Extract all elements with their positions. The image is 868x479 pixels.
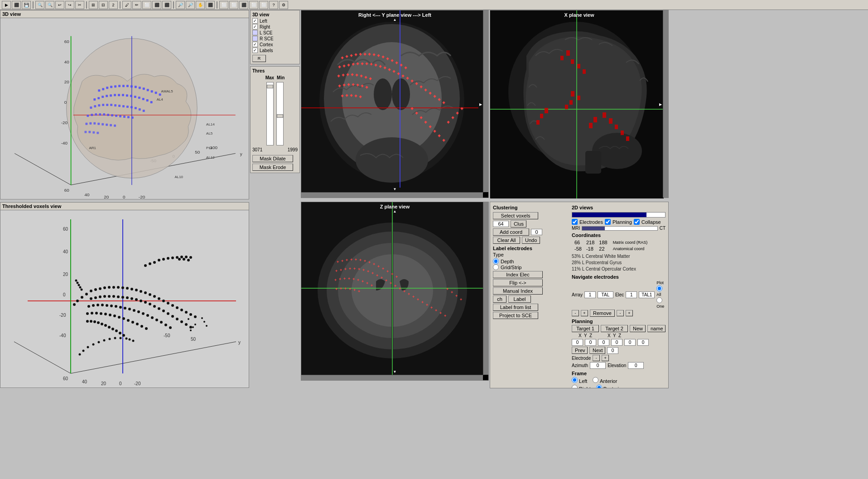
collapse-checkbox[interactable] [634,219,640,225]
tal-input[interactable] [598,291,613,298]
nav-plus2-btn[interactable]: + [626,310,633,316]
cluster-val-input[interactable] [493,221,509,227]
next-btn[interactable]: Next [589,347,605,354]
x-vscrollbar[interactable] [663,10,668,198]
legend-check-lsce[interactable] [252,30,258,35]
legend-check-left[interactable]: ✓ [252,18,258,24]
plan-x1[interactable] [572,339,583,346]
toolbar-btn-21[interactable]: ⬜ [219,1,228,9]
target2-btn[interactable]: Target 2 [601,325,628,332]
label-from-list-btn[interactable]: Label from list [493,304,538,311]
label-btn[interactable]: Label [508,295,531,303]
toolbar-btn-15[interactable]: ⬛ [152,1,161,9]
ch-btn[interactable]: ch [493,295,506,303]
toolbar-btn-19[interactable]: ✋ [196,1,205,9]
name-btn[interactable]: name [647,325,665,332]
toolbar-btn-25[interactable]: ⬜ [259,1,268,9]
y-scroll-up[interactable]: ▲ [393,18,397,22]
legend-check-right[interactable]: ✓ [252,24,258,29]
frame-anterior-radio[interactable]: Anterior [593,377,617,384]
toolbar-btn-22[interactable]: ⬜ [229,1,238,9]
thresh-view-canvas[interactable]: 60 40 20 0 -20 -40 60 40 20 0 -20 [0,210,249,387]
toolbar-btn-5[interactable]: 🔍 [45,1,54,9]
plan-z2[interactable] [637,339,649,346]
flip-btn[interactable]: Flip <-> [493,279,543,286]
index-elec-btn[interactable]: Index Elec [493,271,543,278]
y-scroll-down[interactable]: ▼ [393,187,397,191]
legend-check-labels[interactable]: ✓ [252,48,258,53]
frame-anterior-input[interactable] [593,377,598,383]
toolbar-btn-24[interactable]: ⬜ [249,1,258,9]
clear-all-btn[interactable]: Clear All [493,237,520,244]
remove-btn[interactable]: Remove [590,310,615,317]
toolbar-btn-12[interactable]: 🖊 [122,1,131,9]
add-coord-val[interactable] [531,229,542,235]
legend-check-rsce[interactable] [252,36,258,41]
undo-btn[interactable]: Undo [522,237,540,244]
all-radio-input[interactable] [656,285,662,291]
toolbar-btn-7[interactable]: ↪ [65,1,74,9]
frame-right-input[interactable] [572,385,578,388]
z-hscrollbar[interactable] [301,375,483,380]
collapse-check[interactable]: Collapse [634,219,661,225]
x-plane-view[interactable]: X plane view ▶ [490,10,669,198]
z-scroll-up[interactable]: ▲ [393,209,397,213]
project-sce-btn[interactable]: Project to SCE [493,312,538,319]
frame-right-radio[interactable]: Right [572,385,591,388]
electrodes-checkbox[interactable] [572,219,578,225]
toolbar-btn-20[interactable]: ⬛ [206,1,215,9]
manual-index-btn[interactable]: Manual Index [493,287,543,295]
one-radio[interactable]: One [656,297,665,309]
plan-x2[interactable] [611,339,622,346]
r-button[interactable]: R [252,55,266,62]
nav-minus2-btn[interactable]: - [617,310,624,316]
z-vscrollbar[interactable] [483,202,488,375]
brain-3d-canvas[interactable]: 60 40 20 0 -20 -40 60 40 20 0 -20 [0,18,249,198]
frame-posterior-input[interactable] [596,385,602,388]
one-radio-input[interactable] [656,297,662,303]
toolbar-btn-26[interactable]: ? [269,1,278,9]
plan-y2[interactable] [624,339,636,346]
nav-minus-btn[interactable]: - [572,310,579,316]
views-progressbar[interactable] [572,212,665,218]
y-vscrollbar[interactable] [483,10,488,192]
frame-left-input[interactable] [572,377,578,383]
frame-left-radio[interactable]: Left [572,377,587,384]
toolbar-btn-8[interactable]: ✂ [75,1,84,9]
azimuth-input[interactable] [590,362,606,369]
legend-check-cortex[interactable]: ✓ [252,42,258,47]
toolbar-btn-9[interactable]: ⊞ [89,1,98,9]
plan-z1[interactable] [598,339,609,346]
toolbar-btn-27[interactable]: ⚙ [279,1,288,9]
toolbar-btn-16[interactable]: ⬛ [162,1,171,9]
toolbar-btn-11[interactable]: 2 [109,1,118,9]
planning-checkbox[interactable] [605,219,611,225]
x-scroll-right[interactable]: ▶ [659,102,662,106]
plan-y1[interactable] [585,339,596,346]
z-plane-view[interactable]: Z plane view ▲ ▼ [301,202,489,381]
radio-grid-input[interactable] [493,264,499,270]
y-plane-view[interactable]: Right <--- Y plane view ---> Left ▲ ▼ ▶ [301,10,489,198]
toolbar-btn-14[interactable]: ⬜ [142,1,151,9]
toolbar-btn-17[interactable]: 🔎 [176,1,185,9]
thres-max-track[interactable] [266,82,274,145]
y-hscrollbar[interactable] [301,192,483,198]
elec-input[interactable] [626,291,637,298]
elec-plus-btn[interactable]: + [602,355,609,361]
toolbar-btn-1[interactable]: ▶ [2,1,11,9]
toolbar-btn-6[interactable]: ↩ [55,1,64,9]
mask-dilate-btn[interactable]: Mask Dilate [252,155,293,162]
nav-plus-btn[interactable]: + [581,310,588,316]
y-scroll-right[interactable]: ▶ [479,102,482,106]
toolbar-btn-13[interactable]: ✏ [132,1,141,9]
toolbar-btn-10[interactable]: ⊟ [99,1,108,9]
toolbar-btn-2[interactable]: ⬛ [12,1,21,9]
next-val[interactable] [607,347,618,354]
toolbar-btn-23[interactable]: ⬛ [239,1,248,9]
toolbar-btn-4[interactable]: 🔍 [35,1,44,9]
electrodes-check[interactable]: Electrodes [572,219,603,225]
all-radio[interactable]: All [656,285,665,297]
add-coord-btn[interactable]: Add coord [493,228,529,236]
frame-posterior-radio[interactable]: Posterior [596,385,623,388]
radio-depth-input[interactable] [493,258,499,264]
